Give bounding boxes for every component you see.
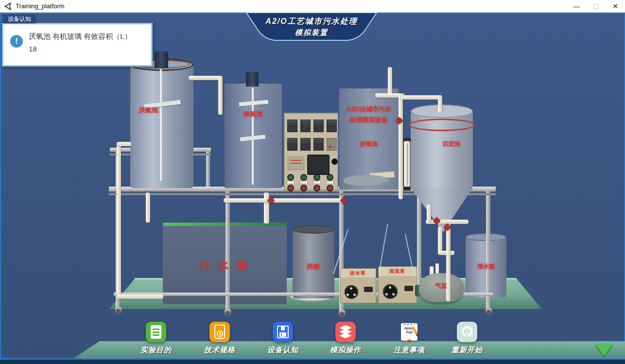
pump-display <box>364 287 373 292</box>
menu-label: 模拟操作 <box>330 346 361 355</box>
menu-label: 重新开始 <box>451 346 483 355</box>
menu-item-simulation-operation[interactable]: 模拟操作 <box>316 322 375 358</box>
menu-item-device-cognition[interactable]: 设备认知 <box>254 322 312 358</box>
maximize-button[interactable] <box>586 0 606 12</box>
bottom-navy-bar <box>0 360 625 364</box>
pipe <box>399 93 403 199</box>
pipe <box>117 295 163 299</box>
pipe <box>117 142 121 298</box>
pipe <box>224 198 346 203</box>
green-button[interactable] <box>288 175 293 180</box>
device-info-tooltip: ! 厌氧池 有机玻璃 有效容积（L） 18 <box>2 23 153 67</box>
document-clock-icon <box>209 322 230 342</box>
frame-leg <box>226 190 230 310</box>
stirrer-shaft <box>160 69 162 181</box>
frame-leg <box>417 190 421 294</box>
anaerobic-tank[interactable] <box>130 64 193 188</box>
pipe <box>401 95 442 100</box>
header-banner: A2/O工艺城市污水处理 模拟装置 <box>245 13 378 46</box>
menu-item-notes[interactable]: Notes Pad 注意事项 <box>380 322 438 358</box>
red-button[interactable] <box>301 186 306 191</box>
pipe <box>388 67 392 96</box>
pipe <box>189 76 223 80</box>
red-button[interactable] <box>328 186 332 191</box>
clean-water-tank-label: 清水箱 <box>466 262 506 271</box>
flowmeter-cap <box>403 187 411 191</box>
device-title-line2: 处理模拟设备 <box>339 116 399 124</box>
anoxic-tank-label: 缺氧池 <box>225 110 282 119</box>
aerobic-tank-label: 好氧池 <box>339 140 399 148</box>
layers-icon <box>335 322 356 342</box>
maximize-icon <box>593 4 598 9</box>
menu-label: 设备认知 <box>267 346 298 355</box>
panel-nameplate <box>288 156 304 170</box>
sedimentation-tank[interactable] <box>411 111 473 189</box>
unity-logo-icon <box>4 2 12 10</box>
caster-wheel <box>486 308 492 315</box>
dosing-tank-label: 药箱 <box>293 262 334 271</box>
panel-screen <box>307 155 330 175</box>
pipe <box>264 192 269 224</box>
power-icon <box>457 322 477 342</box>
titlebar: Training_platform — ✕ <box>0 0 625 13</box>
banner-title-line1: A2/O工艺城市污水处理 <box>245 17 378 27</box>
collapse-menu-button[interactable] <box>594 341 614 358</box>
stirrer-motor <box>246 72 259 87</box>
pipe <box>438 95 442 113</box>
menu-label: 实验目的 <box>140 346 172 355</box>
aerobic-tank[interactable] <box>339 88 399 190</box>
tooltip-tab: 设备认知 <box>3 15 36 23</box>
panel-knob[interactable] <box>331 158 338 165</box>
green-button[interactable] <box>301 175 306 180</box>
minimize-button[interactable]: — <box>567 0 586 12</box>
anoxic-tank[interactable] <box>225 84 282 188</box>
anaerobic-tank-label: 厌氧池 <box>139 106 158 115</box>
tooltip-text: 厌氧池 有机玻璃 有效容积（L） <box>29 32 148 41</box>
round-dish <box>343 175 390 187</box>
air-pump-label: 气泵 <box>426 282 457 290</box>
menu-item-tech-specs[interactable]: 技术规格 <box>191 322 249 358</box>
green-button[interactable] <box>328 175 332 180</box>
pipe <box>218 76 223 115</box>
menu-item-experiment-purpose[interactable]: 实验目的 <box>127 322 185 358</box>
pump-display <box>404 286 413 291</box>
caster-wheel <box>115 307 122 314</box>
window-title: Training_platform <box>16 2 65 10</box>
pipe <box>117 142 131 146</box>
panel-module <box>327 138 337 151</box>
notepad-icon: Notes Pad <box>399 322 419 342</box>
red-button[interactable] <box>314 186 319 191</box>
sedimentation-tank-label: 沉淀池 <box>434 140 469 148</box>
frame-leg <box>486 190 490 309</box>
menu-label: 技术规格 <box>204 346 235 355</box>
caster-wheel <box>225 309 231 316</box>
stirrer-motor <box>155 52 168 68</box>
device-title-line1: A2O法城市污水 <box>339 105 399 114</box>
tooltip-value: 18 <box>29 45 37 53</box>
application-window: Training_platform — ✕ A2/O工艺城市污水处理 模拟装置 … <box>0 0 625 364</box>
floppy-disk-icon <box>273 322 293 342</box>
red-button[interactable] <box>288 186 293 191</box>
caster-wheel <box>339 310 345 317</box>
sewage-tank-label: 污 水 箱 <box>163 259 287 272</box>
menu-label: 注意事项 <box>394 346 425 355</box>
info-exclamation-icon: ! <box>10 35 23 48</box>
control-panel[interactable] <box>284 113 338 191</box>
document-icon <box>146 322 166 342</box>
pipe <box>427 204 431 224</box>
reflux-pump-label: 回流泵 <box>378 268 417 275</box>
menu-item-restart[interactable]: 重新开始 <box>438 322 496 358</box>
flow-meter[interactable] <box>404 141 410 188</box>
green-button[interactable] <box>314 175 319 180</box>
pipe <box>146 192 150 223</box>
banner-title-line2: 模拟装置 <box>245 28 378 37</box>
close-button[interactable]: ✕ <box>606 0 625 12</box>
feed-pump-label: 进水泵 <box>340 270 376 277</box>
